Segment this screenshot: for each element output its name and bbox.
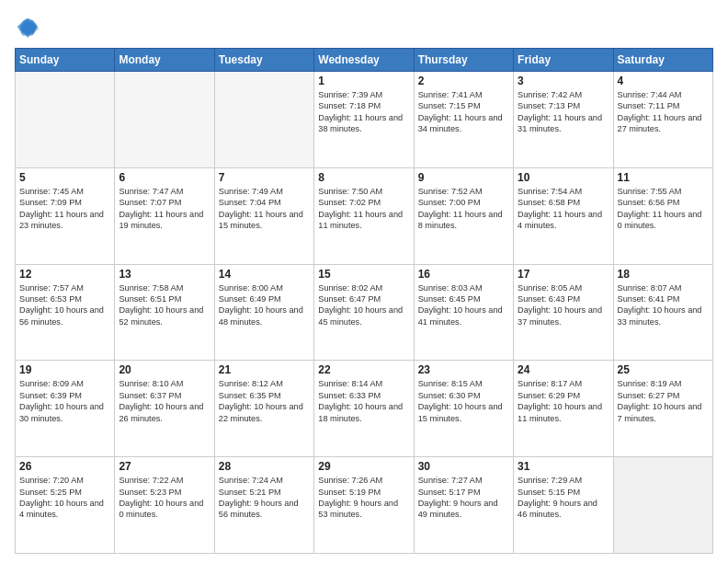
day-cell-23: 23Sunrise: 8:15 AM Sunset: 6:30 PM Dayli… — [414, 361, 513, 457]
week-row-3: 12Sunrise: 7:57 AM Sunset: 6:53 PM Dayli… — [16, 264, 713, 361]
day-number: 16 — [418, 268, 509, 281]
day-number: 20 — [119, 363, 210, 376]
day-number: 2 — [418, 75, 509, 87]
day-cell-22: 22Sunrise: 8:14 AM Sunset: 6:33 PM Dayli… — [314, 361, 414, 457]
day-cell-6: 6Sunrise: 7:47 AM Sunset: 7:07 PM Daylig… — [115, 167, 214, 264]
day-info: Sunrise: 8:10 AM Sunset: 6:37 PM Dayligh… — [119, 378, 210, 424]
day-number: 21 — [219, 363, 310, 376]
day-cell-12: 12Sunrise: 7:57 AM Sunset: 6:53 PM Dayli… — [16, 264, 115, 361]
empty-cell — [115, 72, 214, 168]
day-cell-7: 7Sunrise: 7:49 AM Sunset: 7:04 PM Daylig… — [214, 167, 313, 264]
day-info: Sunrise: 8:14 AM Sunset: 6:33 PM Dayligh… — [318, 378, 409, 424]
col-header-thursday: Thursday — [414, 49, 513, 72]
day-number: 12 — [19, 268, 110, 281]
day-number: 8 — [318, 171, 409, 184]
day-cell-15: 15Sunrise: 8:02 AM Sunset: 6:47 PM Dayli… — [314, 264, 414, 361]
day-number: 15 — [318, 268, 409, 281]
day-info: Sunrise: 8:19 AM Sunset: 6:27 PM Dayligh… — [618, 378, 709, 424]
day-cell-26: 26Sunrise: 7:20 AM Sunset: 5:25 PM Dayli… — [16, 457, 115, 554]
week-row-5: 26Sunrise: 7:20 AM Sunset: 5:25 PM Dayli… — [16, 457, 713, 554]
day-cell-11: 11Sunrise: 7:55 AM Sunset: 6:56 PM Dayli… — [613, 167, 712, 264]
day-number: 6 — [119, 171, 210, 184]
day-number: 23 — [418, 363, 509, 376]
day-info: Sunrise: 7:54 AM Sunset: 6:58 PM Dayligh… — [518, 186, 609, 232]
day-cell-9: 9Sunrise: 7:52 AM Sunset: 7:00 PM Daylig… — [414, 167, 513, 264]
day-info: Sunrise: 8:00 AM Sunset: 6:49 PM Dayligh… — [219, 282, 310, 328]
day-cell-3: 3Sunrise: 7:42 AM Sunset: 7:13 PM Daylig… — [514, 72, 613, 168]
col-header-wednesday: Wednesday — [314, 49, 414, 72]
empty-cell — [214, 72, 313, 168]
day-cell-21: 21Sunrise: 8:12 AM Sunset: 6:35 PM Dayli… — [214, 361, 313, 457]
day-info: Sunrise: 7:58 AM Sunset: 6:51 PM Dayligh… — [119, 282, 210, 328]
col-header-sunday: Sunday — [16, 49, 115, 72]
empty-cell — [613, 457, 712, 554]
day-number: 14 — [219, 268, 310, 281]
day-info: Sunrise: 8:12 AM Sunset: 6:35 PM Dayligh… — [219, 378, 310, 424]
day-info: Sunrise: 7:42 AM Sunset: 7:13 PM Dayligh… — [518, 89, 609, 135]
day-number: 29 — [318, 460, 409, 473]
col-header-monday: Monday — [115, 49, 214, 72]
day-info: Sunrise: 7:44 AM Sunset: 7:11 PM Dayligh… — [618, 89, 709, 135]
day-info: Sunrise: 7:20 AM Sunset: 5:25 PM Dayligh… — [19, 475, 110, 521]
day-cell-13: 13Sunrise: 7:58 AM Sunset: 6:51 PM Dayli… — [115, 264, 214, 361]
col-header-tuesday: Tuesday — [214, 49, 313, 72]
day-number: 31 — [518, 460, 609, 473]
logo-icon — [15, 15, 40, 40]
header — [15, 15, 713, 40]
day-cell-2: 2Sunrise: 7:41 AM Sunset: 7:15 PM Daylig… — [414, 72, 513, 168]
day-cell-4: 4Sunrise: 7:44 AM Sunset: 7:11 PM Daylig… — [613, 72, 712, 168]
day-cell-19: 19Sunrise: 8:09 AM Sunset: 6:39 PM Dayli… — [16, 361, 115, 457]
day-number: 25 — [618, 363, 709, 376]
day-cell-8: 8Sunrise: 7:50 AM Sunset: 7:02 PM Daylig… — [314, 167, 414, 264]
day-info: Sunrise: 7:41 AM Sunset: 7:15 PM Dayligh… — [418, 89, 509, 135]
day-info: Sunrise: 8:07 AM Sunset: 6:41 PM Dayligh… — [618, 282, 709, 328]
day-number: 22 — [318, 363, 409, 376]
day-number: 27 — [119, 460, 210, 473]
day-cell-5: 5Sunrise: 7:45 AM Sunset: 7:09 PM Daylig… — [16, 167, 115, 264]
day-number: 24 — [518, 363, 609, 376]
empty-cell — [16, 72, 115, 168]
week-row-4: 19Sunrise: 8:09 AM Sunset: 6:39 PM Dayli… — [16, 361, 713, 457]
day-info: Sunrise: 7:24 AM Sunset: 5:21 PM Dayligh… — [219, 475, 310, 521]
day-number: 10 — [518, 171, 609, 184]
day-number: 7 — [219, 171, 310, 184]
day-info: Sunrise: 7:50 AM Sunset: 7:02 PM Dayligh… — [318, 186, 409, 232]
day-info: Sunrise: 7:55 AM Sunset: 6:56 PM Dayligh… — [618, 186, 709, 232]
day-info: Sunrise: 8:09 AM Sunset: 6:39 PM Dayligh… — [19, 378, 110, 424]
day-number: 11 — [618, 171, 709, 184]
day-number: 1 — [318, 75, 409, 87]
day-info: Sunrise: 7:22 AM Sunset: 5:23 PM Dayligh… — [119, 475, 210, 521]
day-cell-18: 18Sunrise: 8:07 AM Sunset: 6:41 PM Dayli… — [613, 264, 712, 361]
day-info: Sunrise: 7:47 AM Sunset: 7:07 PM Dayligh… — [119, 186, 210, 232]
day-info: Sunrise: 8:15 AM Sunset: 6:30 PM Dayligh… — [418, 378, 509, 424]
day-cell-31: 31Sunrise: 7:29 AM Sunset: 5:15 PM Dayli… — [514, 457, 613, 554]
day-cell-17: 17Sunrise: 8:05 AM Sunset: 6:43 PM Dayli… — [514, 264, 613, 361]
logo — [15, 15, 44, 40]
day-info: Sunrise: 7:27 AM Sunset: 5:17 PM Dayligh… — [418, 475, 509, 521]
day-info: Sunrise: 7:39 AM Sunset: 7:18 PM Dayligh… — [318, 89, 409, 135]
day-info: Sunrise: 7:52 AM Sunset: 7:00 PM Dayligh… — [418, 186, 509, 232]
day-cell-28: 28Sunrise: 7:24 AM Sunset: 5:21 PM Dayli… — [214, 457, 313, 554]
day-cell-27: 27Sunrise: 7:22 AM Sunset: 5:23 PM Dayli… — [115, 457, 214, 554]
header-row: SundayMondayTuesdayWednesdayThursdayFrid… — [16, 49, 713, 72]
day-cell-16: 16Sunrise: 8:03 AM Sunset: 6:45 PM Dayli… — [414, 264, 513, 361]
day-info: Sunrise: 7:29 AM Sunset: 5:15 PM Dayligh… — [518, 475, 609, 521]
day-cell-14: 14Sunrise: 8:00 AM Sunset: 6:49 PM Dayli… — [214, 264, 313, 361]
day-number: 18 — [618, 268, 709, 281]
page: SundayMondayTuesdayWednesdayThursdayFrid… — [0, 0, 728, 563]
day-cell-30: 30Sunrise: 7:27 AM Sunset: 5:17 PM Dayli… — [414, 457, 513, 554]
day-info: Sunrise: 8:03 AM Sunset: 6:45 PM Dayligh… — [418, 282, 509, 328]
day-number: 17 — [518, 268, 609, 281]
day-info: Sunrise: 7:45 AM Sunset: 7:09 PM Dayligh… — [19, 186, 110, 232]
day-info: Sunrise: 7:26 AM Sunset: 5:19 PM Dayligh… — [318, 475, 409, 521]
week-row-2: 5Sunrise: 7:45 AM Sunset: 7:09 PM Daylig… — [16, 167, 713, 264]
col-header-saturday: Saturday — [613, 49, 712, 72]
day-cell-29: 29Sunrise: 7:26 AM Sunset: 5:19 PM Dayli… — [314, 457, 414, 554]
day-info: Sunrise: 8:17 AM Sunset: 6:29 PM Dayligh… — [518, 378, 609, 424]
day-info: Sunrise: 8:02 AM Sunset: 6:47 PM Dayligh… — [318, 282, 409, 328]
day-cell-20: 20Sunrise: 8:10 AM Sunset: 6:37 PM Dayli… — [115, 361, 214, 457]
day-number: 3 — [518, 75, 609, 87]
col-header-friday: Friday — [514, 49, 613, 72]
day-info: Sunrise: 8:05 AM Sunset: 6:43 PM Dayligh… — [518, 282, 609, 328]
day-cell-1: 1Sunrise: 7:39 AM Sunset: 7:18 PM Daylig… — [314, 72, 414, 168]
